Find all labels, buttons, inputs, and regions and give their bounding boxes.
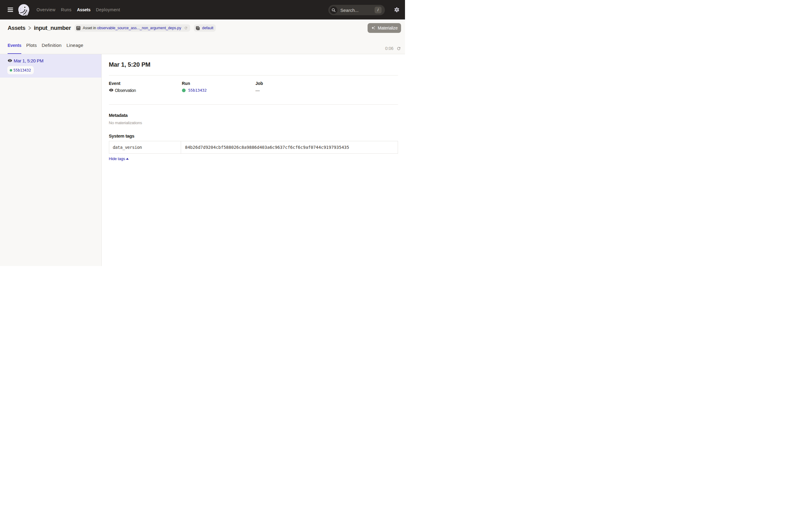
primary-nav: Overview Runs Assets Deployment [36,7,120,12]
nav-item-assets[interactable]: Assets [77,7,91,12]
breadcrumb-row: Assets input_number Asset in observable_… [0,19,405,36]
refresh-zone: 0:06 [385,36,401,51]
breadcrumb-assets[interactable]: Assets [7,25,25,31]
top-navigation-bar: Overview Runs Assets Deployment Search..… [0,0,405,19]
chevron-right-icon [27,26,32,30]
hide-tags-label: Hide tags [109,156,125,162]
reload-location-icon[interactable] [184,26,188,30]
asset-tabs: Events Plots Definition Lineage [7,36,83,54]
asset-location-link[interactable]: observable_source_ass..._non_argument_de… [97,26,181,30]
metadata-empty-text: No materializations [109,120,398,126]
asset-location-pill: Asset in observable_source_ass..._non_ar… [75,25,190,32]
asset-group-link[interactable]: default [202,26,213,30]
system-tags-heading: System tags [109,132,398,140]
event-type: Observation [115,87,136,94]
hamburger-icon [7,7,13,12]
run-column: Run 55b13432 [182,80,256,94]
job-value: — [256,87,260,94]
system-tags-table: data_version 84b26d7d9204cbf588026c8a988… [109,141,398,154]
settings-button[interactable] [394,7,400,13]
materialize-label: Materialize [378,26,398,30]
divider [109,75,398,76]
asset-page-header: Assets input_number Asset in observable_… [0,19,405,54]
tab-definition[interactable]: Definition [42,36,62,54]
tag-value-cell: 84b26d7d9204cbf588026c8a9886d403a6c9637c… [181,141,398,154]
event-value-row: Observation [109,87,182,94]
divider [109,104,398,105]
run-status-dot [10,69,12,71]
run-tag-id: 55b13432 [13,68,31,72]
nav-item-overview[interactable]: Overview [36,7,55,12]
tab-events[interactable]: Events [7,36,21,54]
sparkles-icon [371,26,376,30]
job-column: Job — [256,80,398,94]
job-label: Job [256,80,398,86]
breadcrumb-asset-name: input_number [34,25,71,31]
hide-tags-link[interactable]: Hide tags [109,156,129,162]
search-input[interactable]: Search... / [328,5,385,15]
run-tag[interactable]: 55b13432 [7,66,34,74]
asset-location-prefix: Asset in [83,26,96,30]
refresh-button[interactable] [396,46,401,51]
refresh-icon [396,46,401,51]
gear-icon [394,7,400,13]
event-detail-title: Mar 1, 5:20 PM [109,60,398,69]
asset-group-pill: default [194,25,216,32]
caret-up-icon [126,158,129,160]
search-placeholder: Search... [340,7,375,13]
event-timestamp: Mar 1, 5:20 PM [14,58,44,64]
dagster-logo[interactable] [18,4,30,16]
materialize-button[interactable]: Materialize [368,23,401,33]
event-summary-columns: Event Observation Run 55b13432 [109,80,398,94]
tab-plots[interactable]: Plots [26,36,37,54]
tabs-row: Events Plots Definition Lineage 0:06 [0,36,405,54]
search-icon [332,8,336,12]
events-sidebar: Mar 1, 5:20 PM 55b13432 [0,54,102,266]
run-status-dot [182,88,185,92]
tab-lineage[interactable]: Lineage [66,36,83,54]
nav-item-deployment[interactable]: Deployment [96,7,120,12]
event-label: Event [109,80,182,86]
run-id-link[interactable]: 55b13432 [188,87,207,94]
menu-hamburger-button[interactable] [7,7,13,12]
event-detail-panel: Mar 1, 5:20 PM Event Observation Run [102,54,405,266]
event-list-item-selected[interactable]: Mar 1, 5:20 PM 55b13432 [0,54,101,78]
observation-eye-icon [109,88,113,92]
breadcrumb: Assets input_number [7,25,71,31]
run-value-row: 55b13432 [182,87,256,94]
table-row: data_version 84b26d7d9204cbf588026c8a988… [109,141,398,154]
dagster-app: Overview Runs Assets Deployment Search..… [0,0,405,266]
search-shortcut-badge: / [375,7,382,13]
asset-group-icon [196,26,200,30]
search-icon-circle [330,6,338,14]
event-column: Event Observation [109,80,182,94]
nav-item-runs[interactable]: Runs [61,7,71,12]
tag-key-cell: data_version [109,141,181,154]
run-label: Run [182,80,256,86]
refresh-countdown: 0:06 [385,45,393,51]
metadata-heading: Metadata [109,112,398,119]
table-icon [76,26,80,30]
dagster-logo-icon [18,4,30,16]
observation-eye-icon [7,59,12,63]
